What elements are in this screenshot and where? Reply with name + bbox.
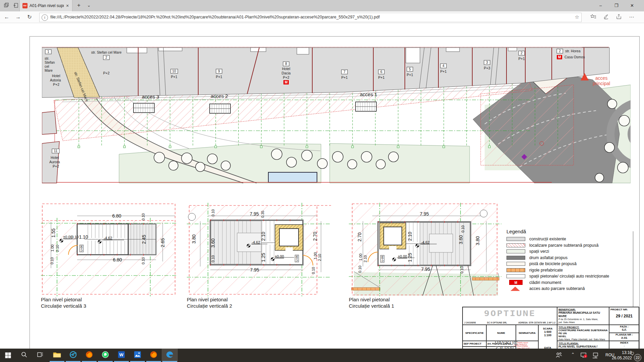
browser-tab-bar: PDF A01-Plan nivel suprateran ✕ + ⌄ – ❐ … (0, 0, 644, 11)
photos-icon[interactable] (129, 349, 146, 362)
close-button[interactable]: ✕ (625, 0, 640, 11)
svg-text:1: 1 (47, 50, 49, 54)
firefox-2-icon[interactable] (146, 349, 162, 362)
title-block: 9OPTIUNE J 24/108/98 SC 9 OPTIUNE SRL AD… (462, 307, 639, 352)
dimension-label: 0.10 (211, 255, 215, 262)
dimension-label: 0.10 (358, 265, 362, 273)
dimension-label: 2.10 (407, 232, 413, 241)
site-plan-drawing: str. Stefan cel Mare (42, 46, 631, 184)
proiect-nr-cell: PROIECT NR: 29 / 2021 (609, 307, 639, 325)
network-icon[interactable] (592, 352, 600, 359)
word-icon[interactable]: W (113, 349, 129, 362)
svg-text:P+1: P+1 (407, 73, 413, 77)
plan-1-title: Plan nivel pietonalCirculație verticală … (349, 296, 394, 309)
notification-count-badge[interactable]: 22 (634, 354, 641, 361)
tab-close-icon[interactable]: ✕ (65, 3, 70, 8)
search-icon[interactable] (16, 349, 32, 362)
url-bar[interactable]: i file:///L:/Proiecte%202022/2022.04.28/… (39, 13, 582, 22)
beneficiar-cell: BENEFICIAR: PRIMARIA MUNICIPIULUI SATU M… (557, 307, 609, 325)
favorite-star-icon[interactable]: ☆ (575, 14, 579, 20)
legend-swatch (506, 274, 525, 278)
dimension-label: 2.10 (318, 254, 322, 261)
dimension-label: 0.10 (50, 257, 54, 264)
ink-pen-icon[interactable] (601, 13, 611, 21)
svg-text:W: W (119, 352, 124, 357)
more-menu-icon[interactable]: ⋯ (627, 13, 636, 21)
svg-text:5: 5 (409, 67, 411, 71)
legend: Legendă construcții existente localizare… (506, 229, 641, 292)
back-icon[interactable]: ← (3, 13, 11, 21)
start-button[interactable] (0, 349, 16, 362)
svg-text:P+2: P+2 (53, 82, 59, 86)
new-tab-button[interactable]: + (76, 2, 82, 8)
dimension-label: 0.10 (461, 225, 465, 232)
edge-taskbar-icon[interactable] (162, 349, 178, 362)
level-label: ±0.00 (275, 254, 284, 258)
door-label: U-06 (380, 255, 384, 262)
acces-3-label: acces 3 (142, 94, 159, 100)
legend-item: localizare parcare subterană propusă (506, 242, 641, 249)
dimension-label: 1.00 (50, 244, 54, 251)
svg-text:P+1: P+1 (378, 75, 385, 79)
internet-explorer-icon[interactable]: e (65, 349, 81, 362)
legend-item: spații pietonale/ circulații auto restri… (506, 273, 641, 280)
level-label: ±0.00 (398, 254, 407, 258)
svg-text:Mare: Mare (45, 68, 53, 72)
dimension-label: 0.10 (141, 257, 145, 264)
legend-title: Legendă (506, 229, 641, 234)
company-name: SC 9 OPTIUNE SRL (487, 321, 507, 324)
company-address: ADRESA: STR CETATII NR. 2 AP 1-2 (518, 321, 555, 324)
svg-text:3: 3 (486, 60, 488, 64)
task-view-icon[interactable] (32, 349, 48, 362)
page-info-icon[interactable]: i (42, 14, 48, 21)
firefox-icon[interactable] (81, 349, 97, 362)
dimension-label: 2.10 (55, 245, 59, 252)
acces-1-label: acces 1 (360, 92, 377, 97)
refresh-icon[interactable]: ↻ (25, 13, 34, 21)
svg-text:str. Stefan cel Mare: str. Stefan cel Mare (91, 50, 122, 54)
taskbar-clock[interactable]: 13:10 26.05.2022 (604, 350, 632, 361)
favorites-list-icon[interactable] (589, 13, 598, 21)
company-logo: 9OPTIUNE (463, 309, 557, 317)
tab-list-chevron-icon[interactable]: ⌄ (86, 2, 92, 8)
plansa-cell: PLANSA NR : A-01 (609, 333, 639, 341)
legend-m-badge: M (509, 280, 523, 285)
title-block-logo-cell: 9OPTIUNE J 24/108/98 SC 9 OPTIUNE SRL AD… (463, 307, 557, 325)
whatsapp-icon[interactable] (97, 349, 113, 362)
svg-text:e: e (72, 352, 74, 357)
svg-text:Astoria: Astoria (50, 78, 61, 82)
forward-icon[interactable]: → (14, 13, 22, 21)
people-icon[interactable] (555, 352, 562, 359)
dimension-label: 0.10 (141, 213, 145, 220)
legend-item: acces auto parcare subterană (506, 286, 641, 292)
svg-text:P+1: P+1 (440, 69, 447, 73)
minimize-button[interactable]: – (593, 0, 608, 11)
notification-center-icon[interactable]: 🗨 (630, 351, 634, 356)
svg-text:2: 2 (521, 51, 523, 55)
display-alert-icon[interactable]: ! (580, 352, 588, 359)
restore-button[interactable]: ❐ (609, 0, 624, 11)
url-text[interactable]: file:///L:/Proiecte%202022/2022.04.28/Pr… (50, 15, 564, 19)
file-explorer-icon[interactable] (49, 349, 65, 362)
acces-2-label: acces 2 (211, 93, 228, 99)
tab-preview-icon[interactable] (3, 3, 9, 9)
browser-tab[interactable]: PDF A01-Plan nivel suprateran ✕ (19, 0, 72, 11)
legend-swatch (506, 256, 525, 260)
svg-text:P+1: P+1 (341, 75, 348, 79)
legend-item: rigole prefabricate (506, 267, 641, 274)
svg-text:P+2: P+2 (283, 75, 289, 79)
svg-text:M: M (558, 55, 561, 59)
set-tabs-aside-icon[interactable] (13, 3, 19, 9)
dimension-label: 6.80 (112, 213, 121, 219)
svg-text:8: 8 (285, 62, 287, 66)
svg-text:2: 2 (559, 49, 561, 53)
dimension-label: 2.10 (363, 255, 367, 262)
dimension-label: 1.00 (313, 252, 317, 259)
svg-text:Aurora: Aurora (49, 160, 60, 164)
share-icon[interactable] (614, 13, 624, 21)
svg-text:Hotel: Hotel (52, 74, 60, 78)
legend-swatch (506, 249, 525, 253)
dimension-label: 0.10 (211, 209, 215, 216)
detail-plan-3: 6.80 0.10 1.55 1.00 2.10 0.10 ±0.00 0.10… (41, 201, 177, 312)
tray-chevron-icon[interactable]: ⌃ (569, 352, 577, 359)
